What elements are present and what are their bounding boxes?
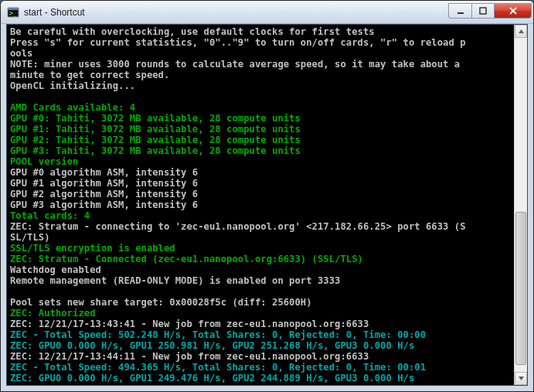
terminal-line: Total cards: 4 — [10, 210, 90, 221]
minimize-button[interactable] — [448, 3, 471, 19]
terminal-line: GPU #3 algorithm ASM, intensity 6 — [10, 199, 198, 210]
terminal-line: Be careful with overclocking, use defaul… — [10, 26, 375, 37]
scrollbar[interactable] — [514, 25, 527, 385]
chevron-down-icon — [518, 375, 525, 382]
svg-rect-4 — [480, 8, 486, 14]
terminal-line: GPU #0: Tahiti, 3072 MB available, 28 co… — [10, 113, 301, 124]
terminal-line: Watchdog enabled — [10, 264, 101, 275]
terminal-line: ZEC: Authorized — [10, 308, 96, 319]
terminal-output[interactable]: Be careful with overclocking, use defaul… — [7, 25, 514, 385]
svg-marker-7 — [519, 29, 524, 33]
terminal-line: Pool sets new share target: 0x00028f5c (… — [10, 297, 312, 308]
terminal-line: ZEC: GPU0 0.000 H/s, GPU1 250.981 H/s, G… — [10, 340, 414, 351]
titlebar[interactable]: >_ start - Shortcut — [1, 1, 533, 24]
window-title: start - Shortcut — [24, 7, 85, 18]
app-window: >_ start - Shortcut Be careful with over… — [0, 0, 534, 392]
terminal-line: AMD Cards available: 4 — [10, 102, 135, 113]
terminal-line: ZEC: GPU0 0.000 H/s, GPU1 249.476 H/s, G… — [10, 373, 414, 383]
terminal-line: ZEC: Stratum - connecting to 'zec-eu1.na… — [10, 221, 466, 232]
terminal-line: ZEC: 12/21/17-13:44:39 - SHARE FOUND - (… — [10, 383, 272, 385]
close-button[interactable] — [495, 3, 532, 19]
terminal-line: NOTE: miner uses 3000 rounds to calculat… — [10, 59, 460, 70]
svg-marker-8 — [519, 377, 524, 380]
scroll-down-button[interactable] — [515, 372, 527, 385]
terminal-line: Remote management (READ-ONLY MODE) is en… — [10, 275, 340, 286]
client-area: Be careful with overclocking, use defaul… — [6, 24, 528, 386]
svg-text:>_: >_ — [9, 10, 17, 17]
terminal-icon: >_ — [7, 6, 19, 19]
scroll-up-button[interactable] — [515, 25, 527, 38]
terminal-line: OpenCL initializing... — [10, 80, 135, 91]
terminal-line: GPU #2 algorithm ASM, intensity 6 — [10, 189, 198, 199]
terminal-line: SSL/TLS encryption is enabled — [10, 243, 175, 254]
terminal-line: GPU #1: Tahiti, 3072 MB available, 28 co… — [10, 124, 301, 135]
close-icon — [508, 6, 518, 15]
scroll-track[interactable] — [515, 38, 527, 372]
window-buttons — [448, 3, 532, 19]
terminal-line: GPU #0 algorithm ASM, intensity 6 — [10, 167, 198, 178]
terminal-line: SL/TLS) — [10, 232, 50, 243]
terminal-line: ZEC: 12/21/17-13:43:41 - New job from ze… — [10, 319, 369, 329]
terminal-line: GPU #1 algorithm ASM, intensity 6 — [10, 178, 198, 189]
svg-rect-3 — [457, 12, 464, 14]
terminal-line: ZEC - Total Speed: 502.248 H/s, Total Sh… — [10, 329, 426, 340]
terminal-line: POOL version — [10, 156, 78, 167]
terminal-line: ZEC - Total Speed: 494.365 H/s, Total Sh… — [10, 362, 426, 373]
terminal-line: Press "s" for current statistics, "0".."… — [10, 37, 466, 48]
maximize-button[interactable] — [471, 3, 495, 19]
terminal-line: ools — [10, 48, 32, 59]
terminal-line: GPU #2: Tahiti, 3072 MB available, 28 co… — [10, 135, 301, 145]
terminal-line: minute to get correct speed. — [10, 70, 169, 80]
terminal-line: ZEC: 12/21/17-13:44:11 - New job from ze… — [10, 351, 369, 362]
maximize-icon — [479, 7, 487, 15]
terminal-line: GPU #3: Tahiti, 3072 MB available, 28 co… — [10, 145, 301, 156]
chevron-up-icon — [518, 28, 525, 35]
minimize-icon — [457, 7, 464, 15]
terminal-line: ZEC: Stratum - Connected (zec-eu1.nanopo… — [10, 254, 363, 264]
scroll-thumb[interactable] — [515, 212, 526, 366]
